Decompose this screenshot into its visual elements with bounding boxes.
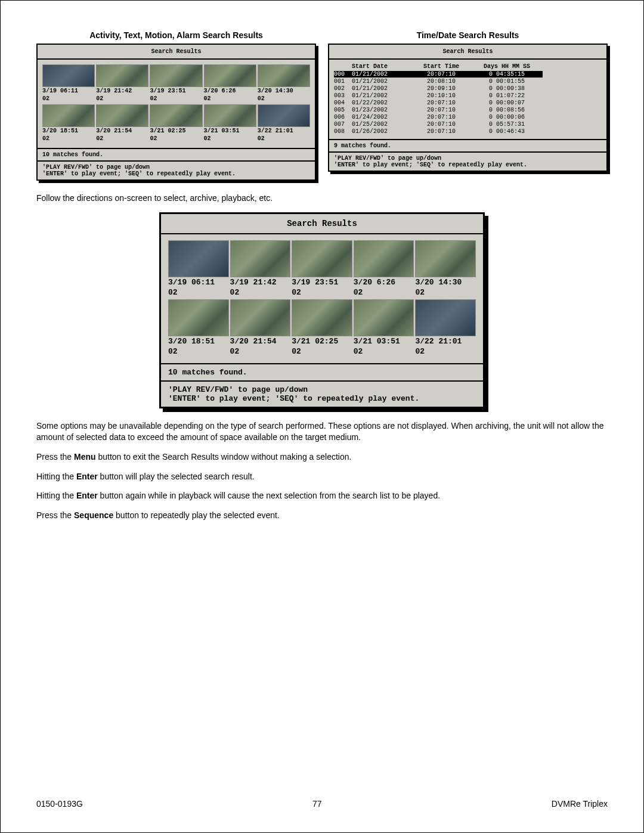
thumb-time: 3/21 02:25: [150, 128, 202, 134]
thumb-cam: 02: [96, 95, 148, 102]
search-results-panel-large: Search Results 3/19 06:11 3/19 21:42 3/1…: [159, 212, 485, 408]
search-results-panel-thumbnails: Search Results 3/19 06:11 3/19 21:42: [36, 44, 316, 181]
table-row: 00401/22/200220:07:100 00:00:07: [334, 100, 602, 106]
thumb-time: 3/19 21:42: [96, 88, 148, 94]
body-paragraph: Some options may be unavailable dependin…: [36, 420, 608, 443]
body-paragraph: Press the Sequence button to repeatedly …: [36, 510, 608, 521]
table-row: 00301/21/200220:10:100 01:07:22: [334, 92, 602, 99]
thumb-cam: 02: [150, 135, 202, 142]
body-paragraph: Follow the directions on-screen to selec…: [36, 193, 608, 204]
thumb-cam: 02: [258, 95, 310, 102]
thumbnail: [204, 64, 256, 87]
thumb-cam: 02: [150, 95, 202, 102]
matches-found: 10 matches found.: [38, 149, 315, 162]
footer-play: 'ENTER' to play event; 'SEQ' to repeated…: [42, 171, 310, 177]
thumb-time: 3/21 03:51: [354, 337, 414, 346]
thumb-time: 3/20 18:51: [168, 337, 229, 346]
thumb-cam: 02: [292, 347, 352, 356]
thumb-time: 3/20 21:54: [96, 128, 148, 134]
body-paragraph: Press the Menu button to exit the Search…: [36, 451, 608, 463]
thumb-time: 3/20 18:51: [42, 128, 95, 134]
thumb-cam: 02: [168, 347, 229, 356]
thumbnail: [292, 299, 352, 336]
thumb-time: 3/19 23:51: [292, 278, 352, 287]
thumb-cam: 02: [354, 288, 414, 297]
footer-nav: 'PLAY REV/FWD' to page up/down: [168, 385, 476, 394]
table-row: 00701/25/200220:07:100 05:57:31: [334, 121, 602, 128]
thumbnail: [168, 299, 229, 336]
thumbnail: [96, 104, 148, 127]
thumb-cam: 02: [230, 347, 291, 356]
thumbnail: [150, 64, 202, 87]
body-paragraph: Hitting the Enter button will play the s…: [36, 471, 608, 482]
thumb-cam: 02: [292, 288, 352, 297]
thumb-time: 3/19 23:51: [150, 88, 202, 94]
thumb-cam: 02: [415, 288, 476, 297]
thumb-time: 3/20 6:26: [204, 88, 256, 94]
thumbnail: [96, 64, 148, 87]
footer-play: 'ENTER' to play event; 'SEQ' to repeated…: [334, 162, 602, 168]
thumb-time: 3/20 14:30: [415, 278, 476, 287]
heading-right: Time/Date Search Results: [328, 30, 608, 40]
thumbnail: [42, 104, 95, 127]
thumb-cam: 02: [168, 288, 229, 297]
thumbnail: [168, 240, 229, 277]
thumbnail: [258, 64, 310, 87]
table-row: 00601/24/200220:07:100 00:00:06: [334, 114, 602, 120]
heading-left: Activity, Text, Motion, Alarm Search Res…: [36, 30, 316, 40]
thumbnail: [415, 240, 476, 277]
footer-play: 'ENTER' to play event; 'SEQ' to repeated…: [168, 394, 476, 403]
table-row: 00501/23/200220:07:100 00:08:56: [334, 107, 602, 113]
table-row: 00101/21/200220:08:100 00:01:55: [334, 78, 602, 85]
panel-title: Search Results: [161, 214, 483, 234]
footer-center: 77: [312, 799, 322, 809]
thumb-time: 3/22 21:01: [415, 337, 476, 346]
matches-found: 9 matches found.: [329, 140, 606, 153]
thumb-cam: 02: [258, 135, 310, 142]
matches-found: 10 matches found.: [161, 364, 483, 382]
thumbnail: [415, 299, 476, 336]
col-start-time: Start Time: [411, 63, 471, 70]
table-row: 00201/21/200220:09:100 00:00:38: [334, 85, 602, 92]
thumb-cam: 02: [354, 347, 414, 356]
page-footer: 0150-0193G 77 DVMRe Triplex: [36, 793, 608, 809]
footer-nav: 'PLAY REV/FWD' to page up/down: [42, 164, 310, 171]
thumbnail: [204, 104, 256, 127]
thumbnail: [292, 240, 352, 277]
footer-left: 0150-0193G: [36, 799, 83, 809]
thumbnail: [354, 299, 414, 336]
table-row: 00801/26/200220:07:100 00:46:43: [334, 128, 602, 135]
thumbnail: [230, 240, 291, 277]
thumb-time: 3/21 02:25: [292, 337, 352, 346]
thumb-cam: 02: [42, 135, 95, 142]
thumb-time: 3/19 06:11: [42, 88, 95, 94]
panel-title: Search Results: [38, 45, 315, 60]
thumb-time: 3/19 21:42: [230, 278, 291, 287]
thumbnail: [42, 64, 95, 87]
thumb-cam: 02: [230, 288, 291, 297]
thumb-time: 3/20 14:30: [258, 88, 310, 94]
thumb-cam: 02: [96, 135, 148, 142]
col-start-date: Start Date: [352, 63, 411, 70]
thumbnail: [230, 299, 291, 336]
thumbnail: [150, 104, 202, 127]
table-row: 00001/21/200220:07:100 04:35:15: [334, 71, 602, 78]
panel-title: Search Results: [329, 45, 606, 60]
col-duration: Days HH MM SS: [471, 63, 543, 70]
footer-right: DVMRe Triplex: [552, 799, 608, 809]
body-paragraph: Hitting the Enter button again while in …: [36, 490, 608, 501]
thumb-cam: 02: [42, 95, 95, 102]
thumb-time: 3/19 06:11: [168, 278, 229, 287]
thumb-time: 3/22 21:01: [258, 128, 310, 134]
thumb-time: 3/20 6:26: [354, 278, 414, 287]
thumb-cam: 02: [204, 135, 256, 142]
thumb-cam: 02: [204, 95, 256, 102]
thumbnail: [354, 240, 414, 277]
thumb-time: 3/20 21:54: [230, 337, 291, 346]
thumb-time: 3/21 03:51: [204, 128, 256, 134]
footer-nav: 'PLAY REV/FWD' to page up/down: [334, 155, 602, 162]
thumb-cam: 02: [415, 347, 476, 356]
search-results-panel-table: Search Results Start Date Start Time Day…: [328, 44, 608, 172]
thumbnail: [258, 104, 310, 127]
